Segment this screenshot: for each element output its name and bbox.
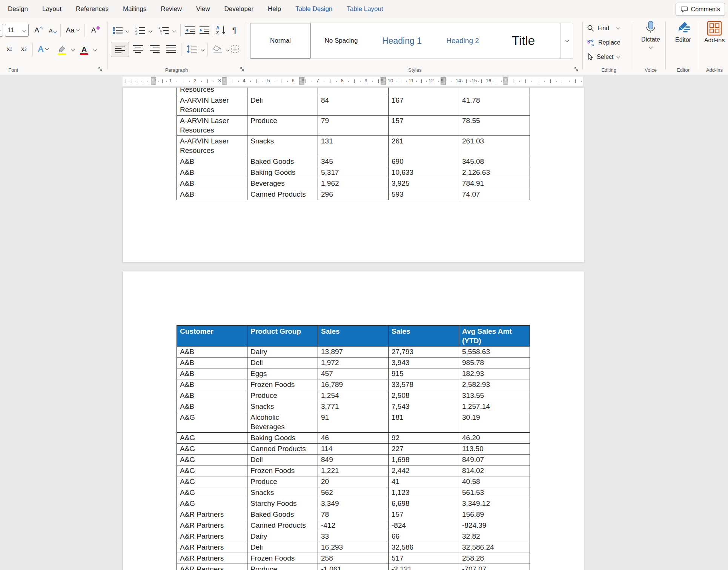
table-cell[interactable]: A&B bbox=[177, 189, 247, 200]
replace-button[interactable]: bc Replace bbox=[587, 37, 620, 48]
table-cell[interactable]: 20 bbox=[318, 476, 389, 487]
table-cell[interactable] bbox=[459, 88, 530, 95]
table-cell[interactable] bbox=[318, 88, 389, 95]
table-cell[interactable]: A&R Partners bbox=[177, 564, 247, 570]
table-cell[interactable]: A-ARVIN Laser Resources bbox=[177, 116, 247, 136]
table-cell[interactable]: 3,943 bbox=[389, 357, 459, 368]
style-item-no-spacing[interactable]: No Spacing bbox=[311, 23, 372, 59]
document-page-2[interactable]: CustomerProduct GroupSalesSalesAvg Sales… bbox=[123, 271, 584, 570]
menu-tab-layout[interactable]: Layout bbox=[35, 5, 69, 13]
table-cell[interactable]: 915 bbox=[389, 368, 459, 379]
align-center-button[interactable] bbox=[131, 42, 146, 56]
table-cell[interactable]: Deli bbox=[247, 357, 318, 368]
table-cell[interactable]: A&G bbox=[177, 487, 247, 498]
table-cell[interactable]: 10,633 bbox=[389, 167, 459, 178]
table-cell[interactable]: 5,317 bbox=[318, 167, 389, 178]
table-cell[interactable]: 16,293 bbox=[318, 542, 389, 553]
shrink-font-button[interactable]: A bbox=[46, 23, 59, 37]
table-cell[interactable]: 1,254 bbox=[318, 390, 389, 401]
table-cell[interactable]: A&R Partners bbox=[177, 553, 247, 564]
dialog-launcher-icon[interactable] bbox=[98, 67, 103, 71]
grow-font-button[interactable]: A bbox=[32, 23, 45, 37]
table-cell[interactable]: Deli bbox=[247, 542, 318, 553]
table-cell[interactable]: 1,962 bbox=[318, 178, 389, 189]
table-cell[interactable]: Starchy Foods bbox=[247, 498, 318, 509]
clear-formatting-button[interactable]: A bbox=[88, 23, 103, 37]
table-cell[interactable]: 227 bbox=[389, 444, 459, 454]
header-cell-sales[interactable]: Sales bbox=[389, 326, 459, 347]
table-cell[interactable]: 690 bbox=[389, 156, 459, 167]
table-cell[interactable]: 78 bbox=[318, 509, 389, 520]
table-cell[interactable]: A&B bbox=[177, 390, 247, 401]
menu-tab-references[interactable]: References bbox=[69, 5, 116, 13]
ruler-table-marker[interactable] bbox=[222, 77, 227, 85]
table-cell[interactable]: A-ARVIN Laser Resources bbox=[177, 88, 247, 95]
table-cell[interactable]: 78.55 bbox=[459, 116, 530, 136]
table-cell[interactable]: A&G bbox=[177, 454, 247, 465]
ruler-table-marker[interactable] bbox=[299, 77, 304, 85]
table-cell[interactable]: A-ARVIN Laser Resources bbox=[177, 95, 247, 116]
table-cell[interactable]: 40.58 bbox=[459, 476, 530, 487]
numbering-button[interactable]: 123 bbox=[134, 23, 147, 37]
table-cell[interactable]: 1,698 bbox=[389, 454, 459, 465]
table-cell[interactable]: 3,349.12 bbox=[459, 498, 530, 509]
table-cell[interactable]: 258.28 bbox=[459, 553, 530, 564]
decrease-indent-button[interactable] bbox=[183, 23, 197, 37]
table-cell[interactable]: 313.55 bbox=[459, 390, 530, 401]
table-cell[interactable]: -1,061 bbox=[318, 564, 389, 570]
table-cell[interactable]: 41.78 bbox=[459, 95, 530, 116]
table-cell[interactable]: -412 bbox=[318, 520, 389, 531]
align-left-button[interactable] bbox=[111, 42, 129, 57]
chevron-down-icon[interactable] bbox=[172, 29, 176, 33]
table-cell[interactable]: Snacks bbox=[247, 401, 318, 412]
menu-tab-help[interactable]: Help bbox=[261, 5, 288, 13]
table-cell[interactable] bbox=[247, 88, 318, 95]
highlight-button[interactable] bbox=[55, 42, 69, 56]
table-cell[interactable]: 562 bbox=[318, 487, 389, 498]
table-cell[interactable]: 2,582.93 bbox=[459, 379, 530, 390]
font-name-select[interactable] bbox=[0, 24, 3, 37]
table-cell[interactable]: 345 bbox=[318, 156, 389, 167]
change-case-button[interactable]: Aa bbox=[63, 23, 82, 37]
table-cell[interactable]: A-ARVIN Laser Resources bbox=[177, 136, 247, 156]
table-cell[interactable]: 5,558.63 bbox=[459, 347, 530, 357]
table-cell[interactable]: 258 bbox=[318, 553, 389, 564]
table-cell[interactable]: A&B bbox=[177, 167, 247, 178]
comments-button[interactable]: Comments bbox=[676, 3, 725, 16]
table-cell[interactable]: 41 bbox=[389, 476, 459, 487]
table-cell[interactable]: Frozen Foods bbox=[247, 553, 318, 564]
table-cell[interactable]: A&G bbox=[177, 465, 247, 476]
table-cell[interactable]: 6,698 bbox=[389, 498, 459, 509]
dictate-button[interactable]: Dictate bbox=[636, 20, 665, 50]
table-cell[interactable]: Canned Products bbox=[247, 189, 318, 200]
table-cell[interactable]: Baked Goods bbox=[247, 509, 318, 520]
header-cell-product-group[interactable]: Product Group bbox=[247, 326, 318, 347]
multilevel-list-button[interactable]: 1ai bbox=[157, 23, 170, 37]
table-cell[interactable]: -2,121 bbox=[389, 564, 459, 570]
select-button[interactable]: Select bbox=[587, 51, 620, 63]
table-cell[interactable]: A&R Partners bbox=[177, 509, 247, 520]
table-cell[interactable]: 13,897 bbox=[318, 347, 389, 357]
table-cell[interactable]: 92 bbox=[389, 433, 459, 444]
table-cell[interactable]: Dairy bbox=[247, 531, 318, 542]
table-cell[interactable]: 593 bbox=[389, 189, 459, 200]
table-cell[interactable]: Baked Goods bbox=[247, 156, 318, 167]
table-cell[interactable]: 66 bbox=[389, 531, 459, 542]
menu-tab-design[interactable]: Design bbox=[1, 5, 35, 13]
table-cell[interactable]: Deli bbox=[247, 95, 318, 116]
chevron-down-icon[interactable] bbox=[71, 48, 75, 52]
table-cell[interactable]: 1,123 bbox=[389, 487, 459, 498]
line-spacing-button[interactable] bbox=[184, 42, 200, 56]
justify-button[interactable] bbox=[164, 42, 179, 56]
subscript-button[interactable]: x2 bbox=[3, 42, 16, 56]
table-cell[interactable]: 113.50 bbox=[459, 444, 530, 454]
table-cell[interactable]: 33 bbox=[318, 531, 389, 542]
chevron-down-icon[interactable] bbox=[201, 48, 205, 52]
table-cell[interactable]: 517 bbox=[389, 553, 459, 564]
table-cell[interactable]: Dairy bbox=[247, 347, 318, 357]
table-cell[interactable]: 7,543 bbox=[389, 401, 459, 412]
menu-tab-table-layout[interactable]: Table Layout bbox=[339, 5, 390, 13]
table-cell[interactable]: A&B bbox=[177, 401, 247, 412]
superscript-button[interactable]: x2 bbox=[17, 42, 30, 56]
sort-button[interactable]: AZ bbox=[215, 23, 228, 37]
